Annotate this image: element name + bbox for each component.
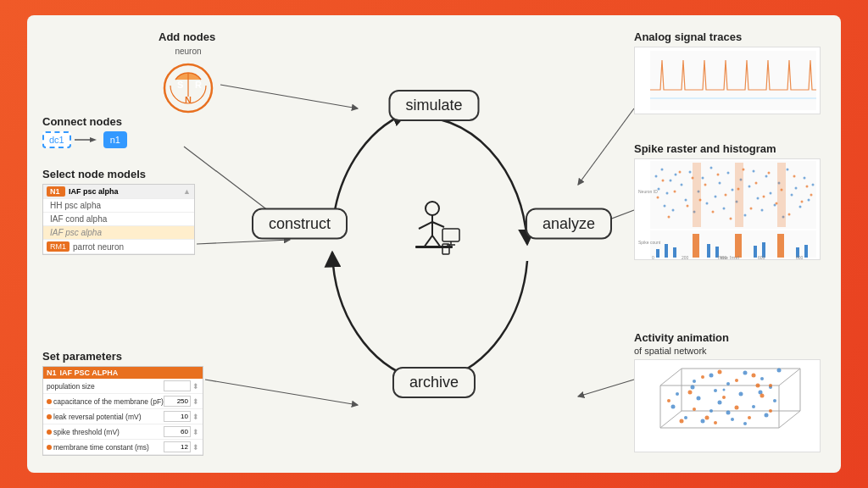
neuron-label: neuron [159,47,218,56]
svg-text:400: 400 [720,255,727,260]
panel-analog: Analog signal traces Mem. p. [mV] [634,30,821,114]
analog-chart-svg: Mem. p. [mV] [635,47,821,114]
activity-chart [634,359,821,452]
svg-point-68 [812,184,815,186]
select-models-title: Select node models [42,168,195,180]
svg-point-165 [752,374,756,378]
svg-point-142 [693,380,696,383]
svg-point-42 [702,177,704,180]
svg-rect-95 [693,163,701,227]
svg-point-47 [723,208,726,210]
svg-point-53 [748,186,751,188]
svg-point-56 [761,209,764,212]
svg-point-32 [664,205,666,208]
params-row-1: capacitance of the membrane (pF) ⬍ [43,394,203,409]
svg-text:S: S [177,80,183,90]
connect-target[interactable]: n1 [103,131,127,148]
svg-rect-100 [673,247,676,258]
panel-activity: Activity animation of spatial network [634,331,821,452]
svg-line-122 [779,369,800,385]
svg-point-64 [795,187,798,190]
connect-nodes-title: Connect nodes [42,115,127,128]
svg-point-144 [726,382,730,385]
svg-point-166 [769,384,772,387]
svg-point-31 [661,169,664,171]
svg-rect-97 [777,163,786,227]
svg-point-148 [698,397,700,400]
svg-point-129 [731,418,734,421]
svg-point-149 [723,389,726,391]
svg-point-29 [655,175,658,178]
svg-point-156 [760,394,765,398]
select-row-2[interactable]: IAF cond alpha [43,213,194,226]
svg-point-52 [744,214,747,217]
spike-chart-svg: Time [ms] 0 200 400 600 800 Neuron ID Sp… [635,159,821,260]
svg-point-136 [726,411,731,415]
activity-title: Activity animation [634,331,821,344]
svg-point-37 [681,184,683,186]
svg-point-146 [760,377,764,380]
select-header: N1 IAF psc alpha ▲ [43,185,194,199]
panel-add-nodes: Add nodes neuron S R N [159,30,218,119]
param-input-1[interactable] [164,396,191,407]
param-input-3[interactable] [164,426,191,437]
analog-title: Analog signal traces [634,30,821,43]
panel-connect: Connect nodes dc1 n1 [42,115,127,148]
svg-text:600: 600 [758,255,765,260]
svg-point-36 [675,174,677,176]
svg-point-74 [687,205,689,208]
svg-point-139 [743,422,747,425]
svg-rect-107 [777,234,784,258]
svg-point-54 [753,170,755,173]
svg-rect-104 [735,234,742,258]
svg-point-34 [670,180,672,182]
main-card: simulate analyze archive construct [27,15,841,473]
svg-point-81 [730,218,732,220]
select-row-1[interactable]: HH psc alpha [43,199,194,213]
svg-rect-26 [650,51,816,110]
svg-point-63 [791,194,793,197]
select-row-3[interactable]: IAF psc alpha [43,226,194,240]
svg-point-153 [722,396,726,399]
svg-point-79 [717,174,720,176]
svg-point-38 [685,199,687,202]
svg-line-2 [197,240,290,244]
svg-point-45 [715,196,717,198]
node-simulate: simulate [388,90,479,121]
svg-point-71 [668,216,670,219]
cycle-area: simulate analyze archive construct [281,75,587,413]
svg-text:200: 200 [682,255,689,260]
svg-point-138 [691,385,695,390]
svg-point-57 [765,175,768,178]
svg-point-130 [739,392,743,396]
svg-point-137 [676,392,679,396]
svg-rect-98 [656,249,659,258]
svg-point-73 [679,171,682,174]
node-analyze: analyze [526,208,612,240]
svg-point-93 [806,186,809,188]
svg-line-12 [432,236,441,247]
spike-title: Spike raster and histogram [634,142,821,155]
svg-line-120 [660,411,682,428]
svg-point-39 [689,171,692,174]
connect-source[interactable]: dc1 [42,131,71,148]
svg-point-78 [712,211,715,214]
param-input-0[interactable] [164,380,191,391]
svg-point-65 [799,206,802,208]
param-input-2[interactable] [164,411,191,422]
svg-point-92 [801,201,804,203]
svg-point-151 [693,408,696,411]
panel-spike: Spike raster and histogram [634,142,821,260]
svg-point-158 [667,399,670,402]
svg-point-80 [725,194,727,197]
svg-line-9 [419,222,432,229]
svg-rect-14 [442,229,459,241]
svg-point-55 [757,197,760,200]
param-input-4[interactable] [164,441,191,452]
person-icon [400,198,468,269]
svg-point-159 [688,391,693,395]
svg-point-69 [657,197,659,199]
svg-point-134 [701,419,705,424]
params-header: N1 IAF PSC ALPHA [43,367,203,379]
svg-text:Neuron ID: Neuron ID [638,189,658,194]
